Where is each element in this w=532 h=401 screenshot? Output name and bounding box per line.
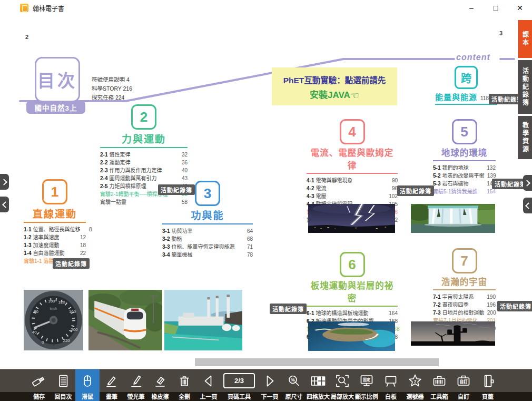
maximize-button[interactable]: □ xyxy=(484,0,508,16)
toc-item[interactable]: 1-1位置、路徑長與位移8 xyxy=(24,225,86,233)
chapter-4-icon[interactable]: 4 xyxy=(340,119,365,144)
toc-item-number: 1-2 xyxy=(24,234,31,240)
toolbar-item-label: 上一頁 xyxy=(200,392,218,401)
cross-section-icon[interactable]: 跨 xyxy=(455,66,478,89)
mouse-tool-button[interactable]: 滑鼠 xyxy=(75,369,100,401)
toc-item[interactable]: 5-3岩石與礦物149 xyxy=(433,179,496,187)
toolbar-item-label: 頁籤 xyxy=(482,392,494,401)
chapter-5: 5地球的環境5-1我們的地球1325-2地表的改變與平衡1395-3岩石與礦物1… xyxy=(433,119,496,195)
toc-item[interactable]: 3-3位能、能量守恆定律與能源71 xyxy=(162,242,253,250)
chapter-4-title[interactable]: 電流、電壓與歐姆定律 xyxy=(307,146,398,174)
chapter-1-title[interactable]: 直線運動 xyxy=(24,206,86,223)
activity-log-badge[interactable]: 活動紀錄簿 xyxy=(158,184,195,195)
page-tab-button[interactable]: 頁籤 xyxy=(476,369,500,401)
chapter-5-icon[interactable]: 5 xyxy=(452,119,477,144)
toc-item[interactable]: 1-4自由落體運動22 xyxy=(24,249,86,257)
page-indicator-box[interactable]: 2/3 xyxy=(223,373,255,388)
activity-log-badge[interactable]: 活動紀錄簿 xyxy=(497,301,532,311)
toc-item[interactable]: 5-1我們的地球132 xyxy=(433,163,496,171)
toc-item[interactable]: 5-2地表的改變與平衡139 xyxy=(433,171,496,179)
toolbar-item-label: 四格放大 xyxy=(307,392,330,401)
toc-item[interactable]: 2-2運動定律36 xyxy=(100,158,188,166)
next-page-button[interactable]: 下一頁 xyxy=(258,369,282,401)
chapter-7-icon[interactable]: 7 xyxy=(452,248,477,273)
tab-teaching-resources[interactable]: 教學資源 xyxy=(518,116,532,159)
nav-next-arrow-left[interactable] xyxy=(0,174,9,190)
usb-icon xyxy=(31,369,47,392)
activity-log-badge[interactable]: 活動紀錄簿 xyxy=(53,258,90,269)
toc-item[interactable]: 7-2晝夜與四季196 xyxy=(433,300,496,308)
toc-item[interactable]: 7-1宇宙與太陽系190 xyxy=(433,292,496,300)
toc-item[interactable]: 3-2動能68 xyxy=(162,234,253,242)
nav-next-arrow-right[interactable] xyxy=(523,175,532,191)
save-button[interactable]: 儲存 xyxy=(27,369,51,401)
chapter-6-icon[interactable]: 6 xyxy=(340,252,365,277)
svg-text:0: 0 xyxy=(42,340,44,345)
page-number-tool[interactable]: 2/3頁碼工具 xyxy=(221,369,258,401)
pen-tool-button[interactable]: 畫筆 xyxy=(100,369,124,401)
nav-prev-arrow-right[interactable] xyxy=(523,198,532,213)
toc-item-number: 5-2 xyxy=(433,173,440,179)
close-button[interactable]: ✕ xyxy=(508,0,532,16)
toc-item-number: 3-3 xyxy=(162,244,170,250)
whiteboard-button[interactable]: 白板 xyxy=(379,369,403,401)
toc-item[interactable]: 6-1地球的構造與板塊運動164 xyxy=(307,309,398,317)
front-matter-item[interactable]: 科學STORY 216 xyxy=(92,84,132,93)
toc-item[interactable]: 7-3日地月的相對運動200 xyxy=(433,308,496,316)
horizontal-scrollbar-thumb[interactable] xyxy=(195,358,439,366)
delete-all-button[interactable]: 全刪 xyxy=(172,369,196,401)
chapter-2-title[interactable]: 力與運動 xyxy=(100,131,188,148)
chapter-5-title[interactable]: 地球的環境 xyxy=(433,146,496,161)
toc-item[interactable]: 3-4簡單機械78 xyxy=(162,250,253,258)
front-matter-item[interactable]: 符號使用說明 4 xyxy=(92,75,132,84)
toc-item-number: 5-3 xyxy=(433,181,440,187)
minimize-button[interactable]: – xyxy=(459,0,484,16)
toc-item-page: 68 xyxy=(243,236,253,242)
title-bar: 翰林電子書 – □ ✕ xyxy=(0,0,532,16)
tab-activity-log[interactable]: 活動紀錄簿 xyxy=(518,60,532,114)
area-zoom-button[interactable]: 局部放大 xyxy=(330,369,354,401)
toc-item[interactable]: 1-3加速度運動18 xyxy=(24,241,86,249)
nav-prev-arrow-left[interactable] xyxy=(0,197,9,212)
custom-button[interactable]: 自訂自訂 xyxy=(451,369,476,401)
toc-item[interactable]: 2-3作用力與反作用力定律40 xyxy=(100,166,188,174)
page-number-right: 3 xyxy=(499,30,503,36)
activity-log-badge[interactable]: 活動紀錄簿 xyxy=(270,304,307,314)
chapter-2-icon[interactable]: 2 xyxy=(131,104,156,130)
chapter-1-icon[interactable]: 1 xyxy=(42,179,67,204)
prev-page-button[interactable]: 上一頁 xyxy=(196,369,221,401)
toc-item[interactable]: 1-2速率與速度12 xyxy=(24,233,86,241)
toc-item[interactable]: 2-1慣性定律32 xyxy=(100,150,188,158)
activity-log-badge[interactable]: 活動紀錄簿 xyxy=(397,185,434,196)
toc-item[interactable]: 4-2電流96 xyxy=(307,184,398,192)
chapter-6-title[interactable]: 板塊運動與岩層的祕密 xyxy=(307,279,398,307)
toolbar-item-label: 工具箱 xyxy=(431,392,448,401)
toc-item-title: 位能、能量守恆定律與能源 xyxy=(171,242,241,250)
original-size-button[interactable]: %原尺寸 xyxy=(282,369,306,401)
toc-item[interactable]: 3-1功與功率64 xyxy=(162,227,253,234)
toc-item[interactable]: 4-1電荷與靜電現象90 xyxy=(307,176,398,184)
highlighter-tool-button[interactable]: 螢光筆 xyxy=(124,369,148,401)
photo-cactus-night xyxy=(411,321,495,346)
toc-item[interactable]: 4-3電壓102 xyxy=(307,192,398,200)
toc-item[interactable]: 實驗5-1猜猜我是誰154 xyxy=(433,187,496,195)
chapter-7-title[interactable]: 浩瀚的宇宙 xyxy=(433,275,496,290)
chapter-3-icon[interactable]: 3 xyxy=(195,181,220,206)
toolbox-button[interactable]: 工具箱 xyxy=(427,369,451,401)
eraser-tool-button[interactable]: 橡皮擦 xyxy=(148,369,172,401)
chevron-right-icon xyxy=(524,180,530,187)
number-picker-button[interactable]: 7選號器 xyxy=(403,369,427,401)
display-ratio-button[interactable]: 固定顯示比例 xyxy=(354,369,379,401)
tab-textbook[interactable]: 課本 xyxy=(518,20,532,58)
back-to-toc-button[interactable]: 回目次 xyxy=(51,369,75,401)
quad-zoom-button[interactable]: 四格放大 xyxy=(306,369,330,401)
chapter-5-items: 5-1我們的地球1325-2地表的改變與平衡1395-3岩石與礦物149實驗5-… xyxy=(433,163,496,195)
toc-item-number: 4-1 xyxy=(307,178,314,183)
chapter-3-items: 3-1功與功率643-2動能683-3位能、能量守恆定律與能源713-4簡單機械… xyxy=(162,227,253,258)
toolbar-item-label: 螢光筆 xyxy=(127,392,145,401)
toc-item-title: 慣性定律 xyxy=(109,150,176,158)
chapter-3-title[interactable]: 功與能 xyxy=(162,208,253,224)
front-matter-item[interactable]: 探究任務 224 xyxy=(92,93,132,102)
cross-section-title[interactable]: 能量與能源 xyxy=(435,91,477,102)
phet-banner[interactable]: PhET互動實驗：點選前請先 安裝JAVA☜ xyxy=(272,67,397,105)
